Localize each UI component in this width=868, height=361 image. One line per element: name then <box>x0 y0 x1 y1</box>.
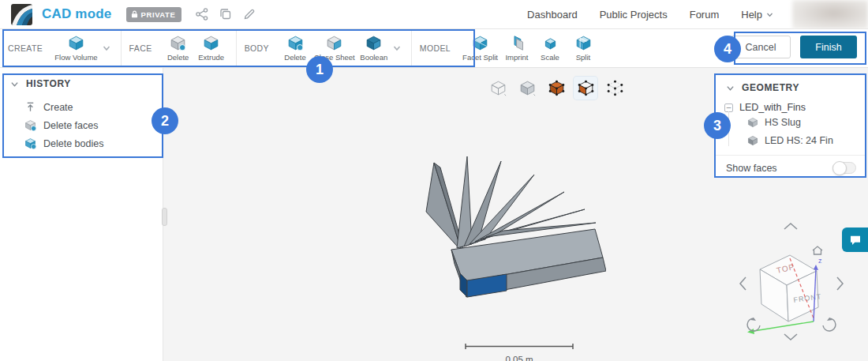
cube-delete-icon <box>24 137 36 149</box>
toggle-knob <box>832 161 847 175</box>
panel-collapse-handle[interactable] <box>162 208 167 226</box>
group-label: BODY <box>245 43 269 53</box>
cube-sheet-icon <box>326 35 342 51</box>
geometry-root-node[interactable]: – LED_with_Fins <box>724 102 858 113</box>
project-actions <box>196 8 256 21</box>
scale-ruler <box>464 343 574 350</box>
geometry-node-led-hs-24-fin[interactable]: LED HS: 24 Fin <box>724 131 858 149</box>
home-icon <box>813 246 822 254</box>
finish-controls: Cancel Finish <box>731 36 857 58</box>
chat-bubble-icon <box>849 234 862 246</box>
scale-bar: 0.05 m <box>462 339 577 361</box>
tool-split[interactable]: Split <box>567 33 600 63</box>
user-account-blurred[interactable] <box>792 0 868 29</box>
tool-face-delete[interactable]: Delete <box>162 33 195 63</box>
collapse-expander-icon[interactable]: – <box>724 103 733 112</box>
support-chat-button[interactable] <box>842 228 868 252</box>
cube-sheet-icon <box>509 35 526 51</box>
cube-gray-icon <box>747 117 758 128</box>
render-mode-toolbar <box>486 77 627 100</box>
heat-sink-model[interactable] <box>385 139 606 321</box>
rotate-left-chevron <box>740 277 746 290</box>
chevron-down-icon <box>10 80 19 88</box>
tree-guide-line <box>728 111 729 146</box>
geometry-panel-header[interactable]: GEOMETRY <box>724 82 858 93</box>
cube-gray-icon <box>747 135 758 146</box>
cube-boolean-icon <box>365 35 382 51</box>
show-faces-row: Show faces <box>724 156 858 174</box>
edit-pencil-icon[interactable] <box>243 8 256 21</box>
history-item-create[interactable]: Create <box>0 98 163 116</box>
cube-icon <box>68 35 84 51</box>
chevron-down-icon <box>726 84 735 92</box>
scale-label: 0.05 m <box>462 355 577 361</box>
page-title: CAD mode <box>42 6 112 22</box>
solid-cube-icon <box>519 80 536 96</box>
orange-cube-icon <box>548 80 565 96</box>
group-label: CREATE <box>8 43 43 53</box>
cube-edges-icon <box>578 80 594 96</box>
top-bar: CAD mode PRIVATE Dashboard Public Projec… <box>0 0 868 29</box>
history-panel-header[interactable]: HISTORY <box>0 78 163 89</box>
cube-icon <box>472 35 488 51</box>
privacy-badge: PRIVATE <box>126 7 182 22</box>
upload-icon <box>24 101 36 113</box>
group-label: FACE <box>129 43 152 53</box>
nav-forum[interactable]: Forum <box>690 9 720 21</box>
tool-imprint[interactable]: Imprint <box>500 33 533 63</box>
toolbar-group-body: BODY Delete Close Sheet Boolean <box>236 29 411 67</box>
roll-cw-icon <box>823 318 836 331</box>
render-mode-shaded-edges[interactable] <box>574 77 597 100</box>
chevron-down-icon[interactable] <box>102 43 111 53</box>
nav-help[interactable]: Help <box>741 9 773 21</box>
tool-scale[interactable]: Scale <box>533 33 567 63</box>
nav-public-projects[interactable]: Public Projects <box>600 9 668 21</box>
render-mode-wireframe[interactable] <box>486 77 510 100</box>
rotate-up-chevron <box>784 224 797 229</box>
tool-flow-volume[interactable]: Flow Volume <box>52 33 99 63</box>
cube-icon <box>203 35 219 51</box>
show-faces-toggle[interactable] <box>832 162 856 174</box>
chevron-down-icon <box>766 11 773 18</box>
rotate-right-chevron <box>837 277 843 290</box>
z-axis-arrowhead <box>814 265 818 270</box>
history-list: Create Delete faces Delete bodies <box>0 98 163 152</box>
cube-small-icon <box>542 35 559 51</box>
z-axis-label: z <box>818 257 822 265</box>
cancel-button[interactable]: Cancel <box>731 36 791 58</box>
nav-dashboard[interactable]: Dashboard <box>527 9 578 21</box>
cube-delete-icon <box>24 119 36 131</box>
tool-face-extrude[interactable]: Extrude <box>195 33 228 63</box>
history-item-delete-bodies[interactable]: Delete bodies <box>0 134 163 152</box>
history-item-delete-faces[interactable]: Delete faces <box>0 116 163 134</box>
history-panel: HISTORY Create Delete faces Delete bodie… <box>0 68 163 361</box>
tool-boolean[interactable]: Boolean <box>357 33 391 63</box>
cube-delete-icon <box>287 35 304 51</box>
lock-icon <box>131 10 138 18</box>
simscale-logo[interactable] <box>11 4 32 25</box>
view-cube-navigator[interactable]: TOP FRONT z <box>736 220 847 343</box>
cube-delete-icon <box>170 35 186 51</box>
render-mode-shaded[interactable] <box>515 77 539 100</box>
top-nav: Dashboard Public Projects Forum Help <box>527 9 773 21</box>
tool-body-delete[interactable]: Delete <box>279 33 312 63</box>
rotate-down-chevron <box>784 334 797 340</box>
tool-close-sheet[interactable]: Close Sheet <box>312 33 357 63</box>
tool-facet-split[interactable]: Facet Split <box>460 33 500 63</box>
cube-split-icon <box>575 35 592 51</box>
y-axis-line <box>749 322 814 332</box>
toolbar-group-face: FACE Delete Extrude <box>121 29 236 67</box>
share-icon[interactable] <box>196 8 208 21</box>
wireframe-cube-icon <box>490 80 507 96</box>
render-mode-solid-vertices[interactable] <box>544 77 568 100</box>
cad-app-window: CAD mode PRIVATE Dashboard Public Projec… <box>0 0 868 361</box>
toolbar-group-model: MODEL Facet Split Imprint Scale Split <box>411 29 608 67</box>
group-label: MODEL <box>420 43 451 53</box>
vertices-cube-icon <box>607 80 623 96</box>
toolbar-group-create: CREATE Flow Volume <box>0 29 121 67</box>
render-mode-vertices[interactable] <box>603 77 627 100</box>
finish-button[interactable]: Finish <box>800 36 857 58</box>
geometry-node-hs-slug[interactable]: HS Slug <box>724 113 858 131</box>
duplicate-icon[interactable] <box>219 8 232 21</box>
chevron-down-icon[interactable] <box>392 43 402 53</box>
